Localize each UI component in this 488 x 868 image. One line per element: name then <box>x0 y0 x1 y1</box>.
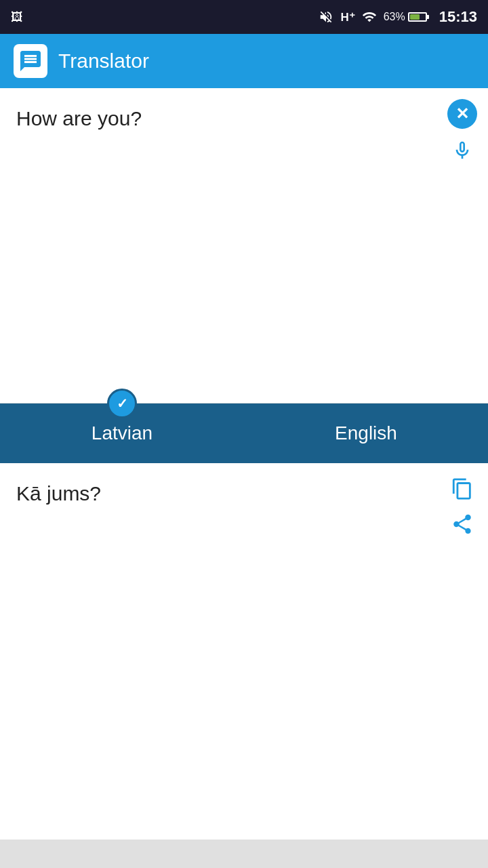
microphone-icon <box>451 140 473 161</box>
app-header: Translator <box>0 34 488 88</box>
chat-bubble-icon <box>18 49 43 73</box>
share-icon <box>451 513 474 536</box>
battery-percent-label: 63% <box>384 11 405 23</box>
source-language-button[interactable]: ✓ Latvian <box>0 403 244 463</box>
language-bar: ✓ Latvian English <box>0 403 488 463</box>
app-logo <box>14 44 47 78</box>
status-bar-right-icons: H⁺ 63% 15:13 <box>319 8 477 26</box>
input-panel: How are you? ✕ <box>0 88 488 403</box>
checkmark-icon: ✓ <box>117 395 128 412</box>
input-text[interactable]: How are you? <box>0 88 488 149</box>
close-icon: ✕ <box>455 106 469 122</box>
battery-fill <box>410 14 420 20</box>
status-bar-left-icons: 🖼 <box>11 10 23 24</box>
app-title: Translator <box>58 50 149 73</box>
output-panel: Kā jums? <box>0 463 488 840</box>
clock: 15:13 <box>439 8 477 26</box>
source-language-label: Latvian <box>92 422 152 444</box>
status-bar: 🖼 H⁺ 63% 15:13 <box>0 0 488 34</box>
mute-icon <box>319 9 333 24</box>
clear-button[interactable]: ✕ <box>447 99 477 129</box>
signal-icon <box>362 9 377 24</box>
copy-icon <box>451 477 474 500</box>
network-type-icon: H⁺ <box>340 10 354 24</box>
target-language-label: English <box>335 422 397 444</box>
copy-button[interactable] <box>447 474 477 504</box>
target-language-button[interactable]: English <box>244 403 488 463</box>
mic-button[interactable] <box>447 136 477 165</box>
battery-indicator: 63% <box>384 11 427 23</box>
battery-icon <box>408 12 427 22</box>
active-language-indicator: ✓ <box>107 389 137 418</box>
share-button[interactable] <box>447 509 477 539</box>
output-text: Kā jums? <box>0 463 488 524</box>
